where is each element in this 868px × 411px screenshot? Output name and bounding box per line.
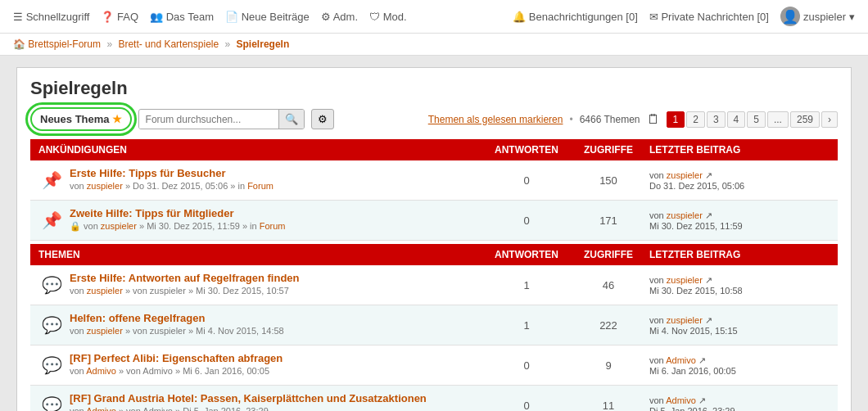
last-post-icon-2: ↗ — [705, 210, 712, 220]
thread-0-meta: von zuspieler » von zuspieler » Mi 30. D… — [70, 286, 486, 296]
breadcrumb: 🏠 Brettspiel-Forum » Brett- und Kartensp… — [0, 34, 868, 56]
pinned-thread-1-last-author[interactable]: zuspieler — [667, 170, 703, 180]
pagination: 1 2 3 4 5 ... 259 › — [667, 111, 838, 128]
pinned-thread-2-author[interactable]: zuspieler — [101, 221, 137, 231]
page-1[interactable]: 1 — [667, 111, 685, 128]
thread-text-2: Zweite Hilfe: Tipps für Mitglieder 🔒 von… — [70, 207, 486, 232]
pinned-thread-2-forum[interactable]: Forum — [260, 221, 286, 231]
thread-1-author[interactable]: zuspieler — [87, 326, 123, 336]
thread-text: Erste Hilfe: Tipps für Besucher von zusp… — [70, 167, 486, 191]
neue-beitraege-link[interactable]: 📄 Neue Beiträge — [225, 11, 310, 23]
home-icon: 🏠 — [13, 38, 25, 50]
search-button[interactable]: 🔍 — [278, 110, 304, 129]
das-team-link[interactable]: 👥 Das Team — [150, 11, 214, 23]
star-icon: ★ — [112, 113, 122, 125]
hamburger-menu[interactable]: ☰ Schnellzugriff — [13, 11, 89, 23]
page-4[interactable]: 4 — [727, 111, 746, 128]
pinned-thread-1-forum[interactable]: Forum — [247, 181, 274, 191]
thread-text-1: Helfen: offene Regelfragen von zuspieler… — [70, 312, 486, 336]
das-team-label: Das Team — [166, 11, 214, 23]
mark-read-link[interactable]: Themen als gelesen markieren — [428, 114, 563, 125]
thread-2-last-icon: ↗ — [698, 355, 706, 365]
pinned-thread-2-last-author[interactable]: zuspieler — [667, 210, 703, 220]
breadcrumb-level2[interactable]: Spielregeln — [237, 38, 290, 50]
pinned-thread-1-last: von zuspieler ↗ Do 31. Dez 2015, 05:06 — [649, 170, 830, 191]
search-input[interactable] — [139, 111, 278, 129]
themen-section-header: THEMEN ANTWORTEN ZUGRIFFE LETZTER BEITRA… — [30, 244, 838, 265]
team-icon: 👥 — [150, 11, 163, 23]
dropdown-arrow-icon: ▾ — [849, 11, 855, 23]
theme-count: 6466 Themen — [580, 114, 640, 125]
thread-1-title[interactable]: Helfen: offene Regelfragen — [70, 312, 205, 324]
thread-1-last: von zuspieler ↗ Mi 4. Nov 2015, 15:15 — [649, 315, 830, 336]
thread-2-meta: von Admivo » von Admivo » Mi 6. Jan 2016… — [70, 366, 486, 376]
themen-col-antworten: ANTWORTEN — [486, 249, 567, 260]
private-messages-link[interactable]: ✉ Private Nachrichten [0] — [649, 11, 769, 23]
page-next[interactable]: › — [821, 111, 838, 128]
thread-3-icon: 💬 — [38, 392, 65, 411]
thread-info-3: 💬 [RF] Grand Austria Hotel: Passen, Kais… — [38, 392, 486, 411]
thread-1-antworten: 1 — [486, 319, 567, 332]
thread-0-author[interactable]: zuspieler — [87, 286, 123, 296]
hamburger-icon: ☰ — [13, 11, 23, 23]
pinned-thread-2-title[interactable]: Zweite Hilfe: Tipps für Mitglieder — [70, 207, 234, 219]
thread-2-title[interactable]: [RF] Perfect Alibi: Eigenschaften abfrag… — [70, 352, 283, 364]
envelope-icon: ✉ — [649, 11, 658, 23]
adm-link[interactable]: ⚙ Adm. — [321, 11, 358, 23]
pinned-thread-1-author[interactable]: zuspieler — [87, 181, 123, 191]
page-last[interactable]: 259 — [790, 111, 820, 128]
notifications-link[interactable]: 🔔 Benachrichtigungen [0] — [513, 11, 638, 23]
breadcrumb-home[interactable]: 🏠 Brettspiel-Forum — [13, 38, 103, 50]
settings-button[interactable]: ⚙ — [311, 109, 334, 129]
thread-1-meta: von zuspieler » von zuspieler » Mi 4. No… — [70, 326, 486, 336]
thread-2-author[interactable]: Admivo — [86, 366, 116, 376]
mod-label: Mod. — [383, 11, 407, 23]
new-theme-label: Neues Thema — [40, 113, 110, 125]
thread-text-3: [RF] Grand Austria Hotel: Passen, Kaiser… — [70, 392, 486, 411]
pinned-label: ANKÜNDIGUNGEN — [38, 144, 486, 156]
thread-row-2: 💬 [RF] Perfect Alibi: Eigenschaften abfr… — [30, 346, 838, 386]
thread-3-last-author[interactable]: Admivo — [666, 395, 696, 405]
thread-3-last: von Admivo ↗ Di 5. Jan 2016, 23:29 — [649, 395, 830, 412]
new-theme-button[interactable]: Neues Thema★ — [30, 107, 132, 131]
thread-0-antworten: 1 — [486, 279, 567, 291]
thread-0-last-author[interactable]: zuspieler — [667, 275, 703, 285]
thread-1-last-author[interactable]: zuspieler — [667, 315, 703, 325]
thread-0-title[interactable]: Erste Hilfe: Antworten auf Regelfragen f… — [70, 272, 300, 284]
page-5[interactable]: 5 — [747, 111, 766, 128]
themen-col-zugriffe: ZUGRIFFE — [567, 249, 649, 260]
pinned-thread-2-meta: 🔒 von zuspieler » Mi 30. Dez 2015, 11:59… — [70, 221, 486, 232]
thread-3-title[interactable]: [RF] Grand Austria Hotel: Passen, Kaiser… — [70, 392, 427, 404]
user-profile-link[interactable]: 👤 zuspieler ▾ — [780, 7, 855, 26]
thread-info: 📌 Erste Hilfe: Tipps für Besucher von zu… — [38, 167, 486, 193]
pinned-thread-2-antworten: 0 — [486, 215, 567, 227]
bullet-sep: • — [569, 114, 572, 125]
page-2[interactable]: 2 — [686, 111, 705, 128]
page-icon: 🗒 — [647, 112, 660, 127]
pinned-col-letzter: LETZTER BEITRAG — [649, 144, 830, 156]
thread-1-last-icon: ↗ — [705, 315, 712, 325]
pinned-thread-1-title[interactable]: Erste Hilfe: Tipps für Besucher — [70, 167, 225, 179]
thread-info-2b: 💬 [RF] Perfect Alibi: Eigenschaften abfr… — [38, 352, 486, 378]
themen-label: THEMEN — [38, 249, 486, 260]
thread-2-last-author[interactable]: Admivo — [666, 355, 696, 365]
page-title: Spielregeln — [30, 78, 838, 99]
last-post-icon: ↗ — [705, 170, 712, 180]
mod-link[interactable]: 🛡 Mod. — [369, 11, 407, 23]
thread-row-3: 💬 [RF] Grand Austria Hotel: Passen, Kais… — [30, 386, 838, 411]
neue-beitraege-label: Neue Beiträge — [242, 11, 310, 23]
faq-label: FAQ — [117, 11, 138, 23]
pinned-thread-1-antworten: 0 — [486, 174, 567, 187]
bell-icon: 🔔 — [513, 11, 526, 23]
thread-row-1: 💬 Helfen: offene Regelfragen von zuspiel… — [30, 305, 838, 346]
thread-3-author[interactable]: Admivo — [86, 406, 116, 411]
thread-1-zugriffe: 222 — [567, 319, 649, 332]
thread-3-meta: von Admivo » von Admivo » Di 5. Jan 2016… — [70, 406, 486, 411]
faq-link[interactable]: ❓ FAQ — [101, 11, 138, 23]
breadcrumb-level1[interactable]: Brett- und Kartenspiele — [118, 38, 219, 50]
adm-icon: ⚙ — [321, 11, 331, 23]
private-messages-label: Private Nachrichten [0] — [661, 11, 769, 23]
breadcrumb-sep1: » — [106, 38, 112, 50]
toolbar: Neues Thema★ 🔍 ⚙ Themen als gelesen mark… — [30, 107, 838, 131]
page-3[interactable]: 3 — [707, 111, 726, 128]
